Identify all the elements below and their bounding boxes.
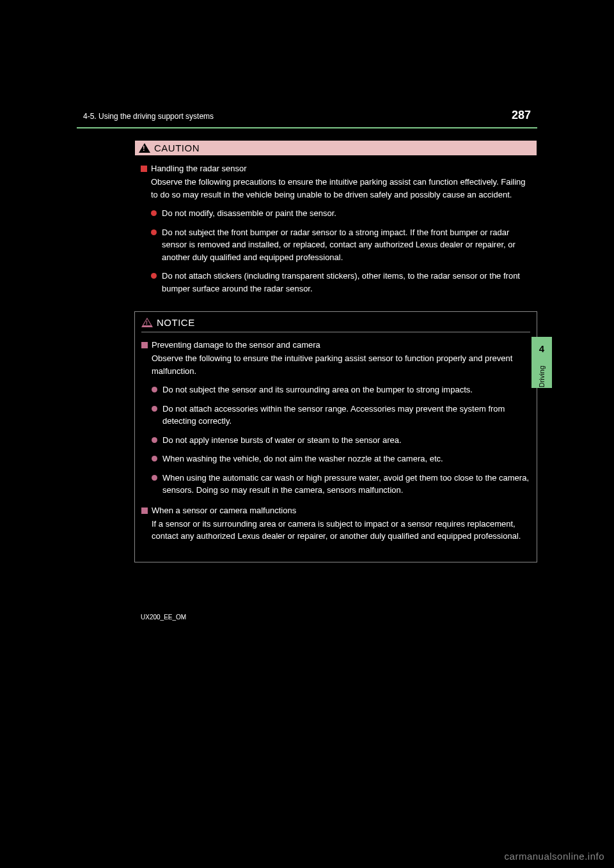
bullet-text: Do not subject the front bumper or radar… <box>162 226 531 264</box>
square-bullet-icon <box>141 342 148 348</box>
dot-bullet-icon <box>151 229 157 235</box>
warning-outline-icon <box>141 318 153 327</box>
dot-bullet-icon <box>152 387 157 392</box>
chapter-number: 4 <box>539 343 544 354</box>
notice-section-heading: When a sensor or camera malfunctions <box>141 506 530 515</box>
bullet-text: Do not subject the sensor and its surrou… <box>162 384 473 396</box>
bullet-text: Do not attach accessories within the sen… <box>162 403 530 428</box>
bullet-text: Do not modify, disassemble or paint the … <box>162 207 336 220</box>
bullet-text: Do not attach stickers (including transp… <box>162 270 531 295</box>
page-number: 287 <box>512 109 531 122</box>
bullet-text: When using the automatic car wash or hig… <box>162 472 530 497</box>
caution-section-title: Handling the radar sensor <box>151 164 247 173</box>
watermark: carmanualsonline.info <box>505 851 604 862</box>
notice-section-title-2: When a sensor or camera malfunctions <box>152 506 296 515</box>
dot-bullet-icon <box>152 406 157 412</box>
dot-bullet-icon <box>151 210 157 216</box>
notice-box: NOTICE Preventing damage to the sensor a… <box>134 311 537 562</box>
notice-section-title: Preventing damage to the sensor and came… <box>152 340 320 350</box>
notice-body-text-2: If a sensor or its surrounding area or c… <box>152 518 530 543</box>
warning-icon <box>139 143 150 153</box>
notice-header: NOTICE <box>141 317 530 332</box>
notice-bullet: When using the automatic car wash or hig… <box>152 472 530 497</box>
square-bullet-icon <box>141 508 148 514</box>
caution-bullet: Do not attach stickers (including transp… <box>151 270 531 295</box>
caution-header: CAUTION <box>134 140 537 156</box>
dot-bullet-icon <box>152 456 157 461</box>
notice-label: NOTICE <box>157 317 195 328</box>
header-rule <box>77 127 537 128</box>
bullet-text: Do not apply intense bursts of water or … <box>162 434 402 447</box>
dot-bullet-icon <box>152 475 157 481</box>
caution-bullet: Do not modify, disassemble or paint the … <box>151 207 531 220</box>
caution-box: CAUTION Handling the radar sensor Observ… <box>134 140 537 295</box>
page-header: 4-5. Using the driving support systems 2… <box>77 109 537 127</box>
dot-bullet-icon <box>151 273 157 279</box>
bullet-text: When washing the vehicle, do not aim the… <box>162 453 443 465</box>
notice-section-heading: Preventing damage to the sensor and came… <box>141 340 530 350</box>
square-bullet-icon <box>141 166 147 172</box>
notice-intro-text: Observe the following to ensure the intu… <box>152 352 530 377</box>
chapter-side-tab: 4 Driving <box>531 337 552 388</box>
caution-bullet: Do not subject the front bumper or radar… <box>151 226 531 264</box>
notice-bullet: Do not subject the sensor and its surrou… <box>152 384 530 396</box>
caution-intro-text: Observe the following precautions to ens… <box>151 176 531 201</box>
caution-section-heading: Handling the radar sensor <box>141 164 531 173</box>
dot-bullet-icon <box>152 437 157 443</box>
notice-bullet: When washing the vehicle, do not aim the… <box>152 453 530 465</box>
section-breadcrumb: 4-5. Using the driving support systems <box>83 112 214 121</box>
notice-bullet: Do not apply intense bursts of water or … <box>152 434 530 447</box>
notice-bullet: Do not attach accessories within the sen… <box>152 403 530 428</box>
footer-document-code: UX200_EE_OM <box>134 614 537 621</box>
chapter-label: Driving <box>538 366 546 387</box>
caution-label: CAUTION <box>154 143 200 153</box>
